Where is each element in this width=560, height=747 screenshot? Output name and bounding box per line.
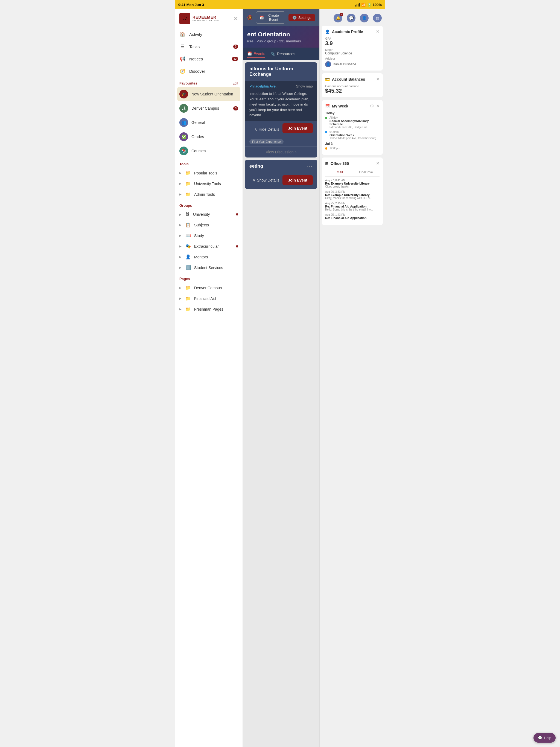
show-details-button-meeting[interactable]: ∨ Show Details	[253, 178, 279, 182]
page-item-denver[interactable]: ▶ 📁 Denver Campus	[175, 282, 243, 293]
card-actions-meeting: ∨ Show Details Join Event	[245, 173, 317, 189]
join-event-button-meeting[interactable]: Join Event	[282, 175, 313, 185]
email-subject-0: Re: Example University Library	[325, 182, 380, 185]
expand-icon-page-financial: ▶	[179, 297, 182, 300]
fav-item-general[interactable]: 👥 General	[175, 115, 243, 130]
o365-tab-onedrive[interactable]: OneDrive	[353, 169, 380, 176]
university-notification-dot	[236, 213, 238, 215]
pages-header: Pages	[175, 273, 243, 282]
sidebar-item-activity[interactable]: 🏠 Activity	[175, 28, 243, 41]
tab-events[interactable]: 📅 Events	[247, 50, 265, 58]
tools-item-university[interactable]: ▶ 📁 University Tools	[175, 178, 243, 189]
my-week-settings[interactable]: ⚙	[370, 103, 374, 108]
my-week-close[interactable]: ✕	[376, 103, 380, 108]
card-header-meeting: eeting ···	[245, 160, 317, 173]
mute-icon[interactable]: 🔕	[247, 15, 253, 20]
email-time-1: Aug 26, 3:53 PM	[325, 190, 380, 193]
folder-icon-popular: 📁	[185, 170, 191, 176]
subjects-icon: 📋	[185, 222, 191, 228]
expand-icon-popular: ▶	[179, 172, 182, 175]
wallet-icon: 💳	[325, 77, 330, 81]
folder-icon-admin: 📁	[185, 192, 191, 197]
tools-admin-label: Admin Tools	[194, 192, 215, 197]
week-event-jul3: 12:00pm	[325, 147, 380, 150]
fav-label-courses: Courses	[192, 149, 206, 153]
chat-button[interactable]: 💬	[347, 14, 355, 22]
sidebar-item-tasks[interactable]: ☰ Tasks 3	[175, 41, 243, 53]
email-time-2: Aug 25, 2:15 PM	[325, 202, 380, 205]
group-subjects-label: Subjects	[194, 223, 209, 227]
tools-label: Tools	[179, 162, 189, 166]
event-dot-0	[325, 117, 327, 119]
view-discussion-link[interactable]: View Discussion ›	[245, 146, 317, 157]
expand-icon-grp-study: ▶	[179, 234, 182, 237]
account-balances-close[interactable]: ✕	[376, 77, 380, 82]
page-item-financial-aid[interactable]: ▶ 📁 Financial Aid	[175, 293, 243, 304]
group-item-subjects[interactable]: ▶ 📋 Subjects	[175, 220, 243, 230]
gpa-label: GPA	[325, 37, 380, 40]
academic-profile-close[interactable]: ✕	[376, 29, 380, 34]
group-item-study[interactable]: ▶ 📖 Study	[175, 230, 243, 241]
group-item-extracurricular[interactable]: ▶ 🎭 Extracurricular	[175, 241, 243, 252]
tasks-icon: ☰	[179, 44, 185, 50]
account-balances-title: 💳 Account Balances	[325, 77, 365, 81]
sidebar-close-button[interactable]: ✕	[233, 15, 238, 22]
group-mentors-label: Mentors	[194, 255, 208, 259]
advisor-avatar: 👤	[325, 61, 331, 67]
card-more-icon[interactable]: ···	[307, 69, 313, 75]
tools-item-popular[interactable]: ▶ 📁 Popular Tools	[175, 168, 243, 178]
today-label: Today	[325, 111, 380, 115]
group-item-mentors[interactable]: ▶ 👤 Mentors	[175, 252, 243, 262]
group-item-university[interactable]: ▶ 🏛 University	[175, 209, 243, 220]
banner-title: ent Orientation	[247, 31, 315, 38]
show-map-link[interactable]: Show map	[296, 84, 313, 88]
academic-profile-header: 👤 Academic Profile ✕	[325, 29, 380, 34]
page-item-freshman[interactable]: ▶ 📁 Freshman Pages	[175, 304, 243, 314]
favourites-edit-link[interactable]: Edit	[232, 81, 238, 85]
join-event-button-uniform[interactable]: Join Event	[282, 123, 313, 133]
meeting-card-more-icon[interactable]: ···	[307, 163, 313, 169]
tab-resources[interactable]: 📎 Resources	[271, 50, 295, 58]
sidebar-item-notices[interactable]: 📢 Notices 12	[175, 53, 243, 65]
fav-item-nso[interactable]: 🎓 New Student Orientation	[177, 87, 240, 101]
fav-item-grades[interactable]: ✅ Grades	[175, 130, 243, 144]
fav-item-courses[interactable]: 📚 Courses	[175, 144, 243, 158]
account-balances-widget: 💳 Account Balances ✕ Campus account bala…	[322, 73, 383, 97]
o365-tab-email[interactable]: Email	[325, 169, 353, 176]
tasks-label: Tasks	[189, 44, 200, 49]
layout-button[interactable]: ▦	[373, 14, 382, 22]
notifications-button[interactable]: 🔔 3	[334, 14, 342, 22]
email-item-1: Aug 26, 3:53 PM Re: Example University L…	[325, 190, 380, 200]
page-banner: ent Orientation ices · Public group · 23…	[243, 26, 320, 48]
expand-icon-university: ▶	[179, 182, 182, 185]
logo-shield: 🛡	[179, 13, 190, 24]
expand-icon-grp-subjects: ▶	[179, 223, 182, 226]
activity-label: Activity	[189, 32, 202, 36]
office365-close[interactable]: ✕	[376, 161, 380, 166]
email-item-3: Aug 25, 1:43 PM Re: Financial Aid Applic…	[325, 213, 380, 220]
card-actions-uniform: ∧ Hide Details Join Event	[245, 121, 317, 137]
week-event-info-0: All day Special Assembly/Advisory Schedu…	[330, 116, 380, 129]
office365-header: ⊞ Office 365 ✕	[325, 161, 380, 166]
fav-item-denver[interactable]: 🏞 Denver Campus 3	[175, 101, 243, 115]
event-dot-1	[325, 131, 327, 133]
favourites-label: Favourites	[179, 81, 198, 85]
advisor-name: Daniel Dushane	[333, 62, 356, 66]
group-item-student-services[interactable]: ▶ ℹ️ Student Services	[175, 262, 243, 273]
profile-button[interactable]: 👤	[360, 14, 368, 22]
email-subject-3: Re: Financial Aid Application	[325, 216, 380, 220]
event-dot-jul3	[325, 147, 327, 150]
create-event-button[interactable]: 📅 Create Event	[256, 11, 285, 24]
event-location-0: Edmund Clark 280, Dodge Hall	[330, 126, 380, 129]
brand-name: REDEEMER	[193, 15, 219, 19]
group-university-label: University	[193, 212, 210, 216]
sidebar-item-discover[interactable]: 🧭 Discover	[175, 65, 243, 77]
hide-details-button[interactable]: ∧ Hide Details	[254, 127, 279, 131]
settings-button[interactable]: ⚙️ Settings	[288, 14, 315, 21]
my-week-header: 📅 My Week ⚙ ✕	[325, 103, 380, 108]
card-details-uniform: Philadelphia Ave. Show map Introduction …	[245, 81, 317, 121]
status-bar: 9:41 Mon Jun 3 📶 🔋 100%	[175, 0, 385, 9]
tools-item-admin[interactable]: ▶ 📁 Admin Tools	[175, 189, 243, 200]
page-financial-label: Financial Aid	[194, 297, 216, 301]
institution-icon: 🏛	[185, 212, 190, 217]
